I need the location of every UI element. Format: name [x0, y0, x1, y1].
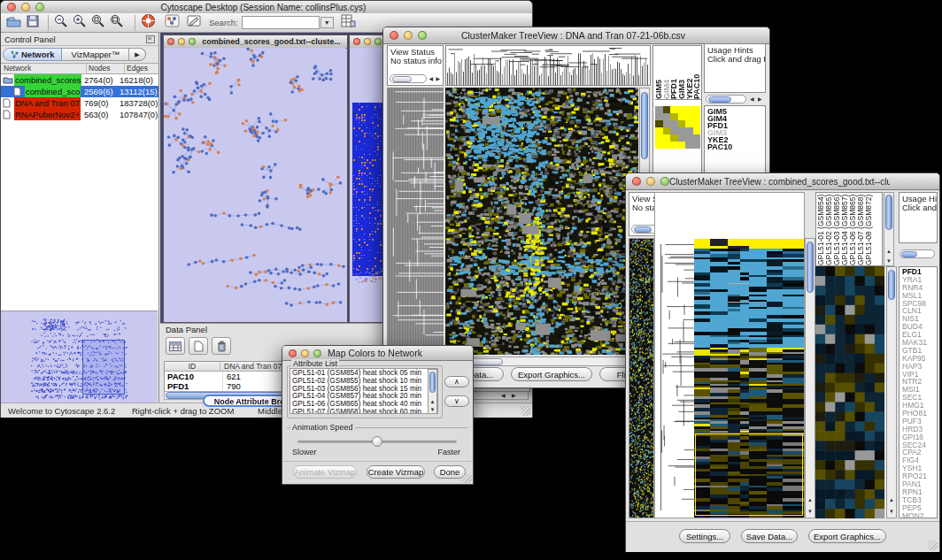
- animate-vizmap-button[interactable]: Animate Vizmap: [293, 465, 357, 479]
- float-panel-icon[interactable]: [146, 31, 155, 47]
- matrix-cell[interactable]: [670, 113, 678, 120]
- scroll-up-icon[interactable]: ▲: [884, 249, 893, 255]
- scroll-up-icon[interactable]: ▲: [429, 399, 436, 405]
- resize-grip[interactable]: [928, 541, 938, 550]
- close-button[interactable]: [7, 3, 16, 12]
- search-input[interactable]: [242, 16, 320, 29]
- gene-list-item[interactable]: YRA1: [902, 276, 937, 284]
- scroll-left-icon[interactable]: ◀: [501, 392, 506, 400]
- save-icon[interactable]: [27, 15, 39, 31]
- treeview1-title-bar[interactable]: ClusterMaker TreeView : DNA and Tran 07-…: [383, 27, 769, 44]
- gene-list-item[interactable]: PUF3: [902, 418, 937, 426]
- resize-grip[interactable]: [521, 406, 530, 416]
- minimize-button[interactable]: [301, 349, 309, 357]
- matrix-cell[interactable]: [670, 127, 678, 134]
- tv1-row-dendrogram[interactable]: [387, 88, 444, 355]
- minimize-button[interactable]: [404, 31, 413, 40]
- create-vizmap-button[interactable]: Create Vizmap: [367, 465, 425, 479]
- matrix-cell[interactable]: [663, 120, 671, 127]
- matrix-cell[interactable]: [685, 120, 693, 127]
- gene-list-item[interactable]: FIG4: [902, 456, 937, 464]
- tv1-status-hscrollbar[interactable]: [390, 74, 427, 83]
- gene-list-item[interactable]: NTR2: [902, 378, 937, 386]
- matrix-cell[interactable]: [663, 106, 671, 113]
- done-button[interactable]: Done: [434, 465, 466, 479]
- gene-list-item[interactable]: GTB1: [902, 347, 937, 355]
- gene-list-item[interactable]: VIP1: [902, 371, 937, 379]
- import-table-icon[interactable]: [341, 14, 356, 31]
- matrix-cell[interactable]: [678, 142, 686, 149]
- gene-list-item[interactable]: RPN1: [902, 488, 937, 496]
- matrix-cell[interactable]: [670, 106, 678, 113]
- matrix-cell[interactable]: [670, 120, 678, 127]
- gene-list-item[interactable]: BUD4: [902, 323, 937, 331]
- zoom-button[interactable]: [189, 38, 196, 45]
- matrix-cell[interactable]: [663, 142, 671, 149]
- tv1-similarity-matrix[interactable]: [655, 106, 700, 149]
- new-attribute-icon[interactable]: [189, 337, 208, 355]
- close-button[interactable]: [632, 177, 641, 186]
- close-button[interactable]: [167, 38, 174, 45]
- col-header-id[interactable]: ID: [165, 362, 220, 371]
- minimize-button[interactable]: [178, 38, 185, 45]
- matrix-cell[interactable]: [685, 142, 693, 149]
- matrix-cell[interactable]: [655, 134, 663, 142]
- tv2-zoom-vscrollbar[interactable]: ▲ ▼: [886, 266, 897, 518]
- scroll-down-icon[interactable]: ▼: [887, 509, 896, 515]
- zoom-button[interactable]: [313, 349, 321, 357]
- minimize-button[interactable]: [21, 3, 30, 12]
- tv2-save-data-button[interactable]: Save Data...: [741, 529, 798, 543]
- treeview2-title-bar[interactable]: ClusterMaker TreeView : combined_scores_…: [626, 173, 939, 190]
- scroll-left-icon[interactable]: ◀: [750, 96, 754, 104]
- gene-list-item[interactable]: NIS1: [902, 315, 937, 323]
- gene-list-item[interactable]: RPO21: [902, 472, 937, 480]
- attribute-list[interactable]: GPL51-01 (GSM854) heat shock 05 minGPL51…: [290, 369, 437, 414]
- tv1-export-graphics-button[interactable]: Export Graphics...: [511, 367, 592, 381]
- matrix-cell[interactable]: [655, 120, 663, 127]
- zoom-in-icon[interactable]: [73, 14, 87, 32]
- matrix-cell[interactable]: [678, 106, 686, 113]
- tv2-gene-zoom-heatmap[interactable]: [815, 266, 884, 518]
- tab-vizmapper[interactable]: VizMapper™: [62, 48, 129, 61]
- minimize-button[interactable]: [646, 177, 655, 186]
- tv1-usage-hscrollbar[interactable]: [706, 95, 746, 104]
- tv2-export-graphics-button[interactable]: Export Graphics...: [808, 529, 886, 543]
- scroll-down-icon[interactable]: ▼: [884, 258, 893, 265]
- gene-list-item[interactable]: PAN1: [902, 480, 937, 488]
- tv2-heatmap[interactable]: [694, 239, 804, 518]
- network-overview-panel[interactable]: [1, 311, 158, 410]
- move-down-button[interactable]: ∨: [444, 395, 469, 407]
- gene-list-item[interactable]: ELG1: [902, 331, 937, 339]
- tv2-settings-button[interactable]: Settings...: [679, 529, 730, 543]
- gene-list-item[interactable]: SEC24: [902, 441, 937, 449]
- scroll-right-icon[interactable]: ▶: [436, 75, 440, 83]
- matrix-cell[interactable]: [678, 120, 686, 127]
- matrix-cell[interactable]: [693, 127, 701, 134]
- gene-list-item[interactable]: MON2: [902, 512, 937, 518]
- matrix-cell[interactable]: [655, 127, 663, 134]
- gene-list-item[interactable]: SEC1: [902, 394, 937, 402]
- minimize-button[interactable]: [364, 38, 371, 45]
- scroll-up-icon[interactable]: ▲: [887, 497, 896, 503]
- main-title-bar[interactable]: Cytoscape Desktop (Session Name: collins…: [1, 1, 532, 14]
- gene-list-item[interactable]: HRD3: [902, 426, 937, 433]
- gene-list-item[interactable]: HMG1: [902, 402, 937, 410]
- matrix-cell[interactable]: [693, 120, 701, 127]
- tv2-row-dendrogram[interactable]: [655, 193, 694, 518]
- gene-list[interactable]: PFD1YRA1RNR4MSL1SPC98CLN1NIS1BUD4ELG1MAK…: [900, 267, 937, 518]
- matrix-cell[interactable]: [655, 113, 663, 120]
- scroll-down-icon[interactable]: ▼: [806, 509, 815, 515]
- gene-list-item[interactable]: PHO81: [902, 410, 937, 418]
- window-controls[interactable]: [1, 3, 44, 12]
- annotation-icon[interactable]: [187, 14, 202, 31]
- network-list-item[interactable]: DNA and Tran 07769(0)183728(0): [1, 97, 158, 109]
- data-table-icon[interactable]: [166, 337, 185, 355]
- scroll-down-icon[interactable]: ▼: [429, 407, 436, 413]
- vizmapper-nodes-icon[interactable]: [165, 14, 180, 31]
- move-up-button[interactable]: ∧: [444, 376, 469, 387]
- matrix-cell[interactable]: [655, 106, 663, 113]
- gene-list-item[interactable]: GPI16: [902, 433, 937, 441]
- gene-list-item[interactable]: YSH1: [902, 464, 937, 472]
- gene-list-item[interactable]: HAP3: [902, 363, 937, 371]
- close-button[interactable]: [353, 38, 360, 45]
